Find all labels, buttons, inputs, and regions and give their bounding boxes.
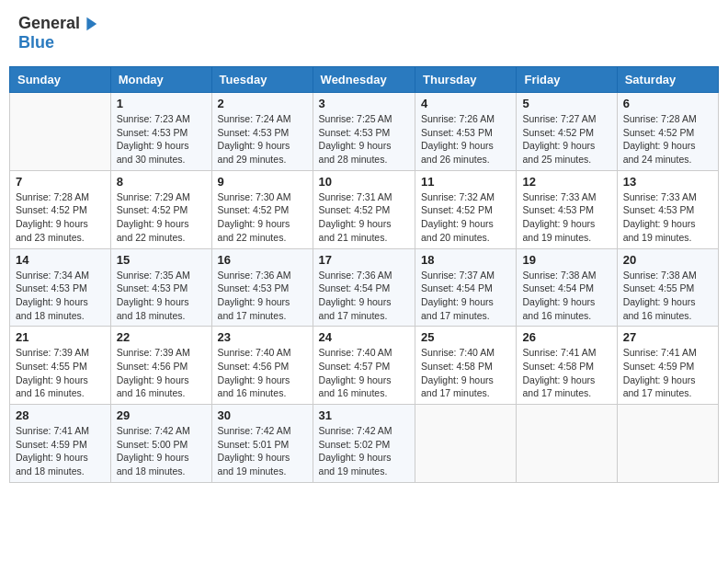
day-info: Sunrise: 7:40 AM Sunset: 4:56 PM Dayligh… [218, 346, 307, 400]
calendar-table: SundayMondayTuesdayWednesdayThursdayFrid… [9, 66, 719, 483]
calendar-cell: 15Sunrise: 7:35 AM Sunset: 4:53 PM Dayli… [110, 248, 211, 327]
col-header-tuesday: Tuesday [211, 67, 313, 93]
header: General Blue [9, 9, 719, 57]
day-number: 8 [117, 175, 206, 189]
day-number: 12 [522, 175, 610, 189]
day-info: Sunrise: 7:42 AM Sunset: 5:01 PM Dayligh… [218, 424, 307, 478]
day-number: 13 [623, 175, 712, 189]
calendar-week-row: 21Sunrise: 7:39 AM Sunset: 4:55 PM Dayli… [10, 327, 719, 405]
day-info: Sunrise: 7:41 AM Sunset: 4:59 PM Dayligh… [623, 346, 712, 400]
col-header-friday: Friday [517, 67, 617, 93]
day-number: 9 [218, 175, 307, 189]
calendar-cell: 6Sunrise: 7:28 AM Sunset: 4:52 PM Daylig… [617, 93, 718, 171]
calendar-week-row: 14Sunrise: 7:34 AM Sunset: 4:53 PM Dayli… [10, 248, 719, 327]
day-info: Sunrise: 7:32 AM Sunset: 4:52 PM Dayligh… [421, 190, 510, 245]
calendar-cell: 29Sunrise: 7:42 AM Sunset: 5:00 PM Dayli… [110, 405, 211, 483]
calendar-cell: 17Sunrise: 7:36 AM Sunset: 4:54 PM Dayli… [313, 248, 415, 327]
col-header-monday: Monday [110, 67, 211, 93]
day-info: Sunrise: 7:38 AM Sunset: 4:55 PM Dayligh… [623, 269, 712, 323]
calendar-week-row: 1Sunrise: 7:23 AM Sunset: 4:53 PM Daylig… [10, 93, 719, 171]
day-number: 10 [319, 175, 409, 189]
calendar-cell: 31Sunrise: 7:42 AM Sunset: 5:02 PM Dayli… [313, 405, 415, 483]
svg-marker-0 [86, 17, 97, 29]
calendar-cell: 13Sunrise: 7:33 AM Sunset: 4:53 PM Dayli… [617, 170, 718, 248]
col-header-sunday: Sunday [10, 67, 111, 93]
calendar-cell: 8Sunrise: 7:29 AM Sunset: 4:52 PM Daylig… [110, 170, 211, 248]
day-number: 6 [623, 97, 712, 110]
calendar-cell: 3Sunrise: 7:25 AM Sunset: 4:53 PM Daylig… [313, 93, 415, 171]
day-number: 15 [117, 253, 206, 267]
calendar-cell: 20Sunrise: 7:38 AM Sunset: 4:55 PM Dayli… [617, 248, 718, 327]
calendar-cell [415, 405, 517, 483]
day-number: 11 [421, 175, 510, 189]
calendar-cell: 23Sunrise: 7:40 AM Sunset: 4:56 PM Dayli… [211, 327, 313, 405]
logo-general: General [18, 14, 80, 33]
day-info: Sunrise: 7:41 AM Sunset: 4:59 PM Dayligh… [16, 424, 105, 478]
day-info: Sunrise: 7:40 AM Sunset: 4:58 PM Dayligh… [421, 346, 510, 400]
day-info: Sunrise: 7:42 AM Sunset: 5:00 PM Dayligh… [117, 424, 206, 478]
day-info: Sunrise: 7:28 AM Sunset: 4:52 PM Dayligh… [623, 112, 712, 167]
day-info: Sunrise: 7:24 AM Sunset: 4:53 PM Dayligh… [218, 112, 307, 167]
day-number: 26 [522, 330, 610, 344]
calendar-cell: 9Sunrise: 7:30 AM Sunset: 4:52 PM Daylig… [211, 170, 313, 248]
calendar-cell: 25Sunrise: 7:40 AM Sunset: 4:58 PM Dayli… [415, 327, 517, 405]
day-number: 23 [218, 330, 307, 344]
day-number: 4 [421, 97, 510, 110]
day-info: Sunrise: 7:23 AM Sunset: 4:53 PM Dayligh… [117, 112, 206, 167]
day-number: 22 [117, 330, 206, 344]
day-number: 16 [218, 253, 307, 267]
calendar-cell: 11Sunrise: 7:32 AM Sunset: 4:52 PM Dayli… [415, 170, 517, 248]
calendar-cell [517, 405, 617, 483]
day-info: Sunrise: 7:35 AM Sunset: 4:53 PM Dayligh… [117, 269, 206, 323]
logo-triangle-icon [82, 16, 98, 32]
day-info: Sunrise: 7:29 AM Sunset: 4:52 PM Dayligh… [117, 190, 206, 245]
calendar-cell: 10Sunrise: 7:31 AM Sunset: 4:52 PM Dayli… [313, 170, 415, 248]
calendar-header-row: SundayMondayTuesdayWednesdayThursdayFrid… [10, 67, 719, 93]
day-info: Sunrise: 7:41 AM Sunset: 4:58 PM Dayligh… [522, 346, 610, 400]
day-number: 24 [319, 330, 409, 344]
day-number: 28 [16, 408, 105, 422]
day-number: 1 [117, 97, 206, 110]
calendar-cell: 12Sunrise: 7:33 AM Sunset: 4:53 PM Dayli… [517, 170, 617, 248]
calendar-cell: 2Sunrise: 7:24 AM Sunset: 4:53 PM Daylig… [211, 93, 313, 171]
day-info: Sunrise: 7:39 AM Sunset: 4:55 PM Dayligh… [16, 346, 105, 400]
day-number: 20 [623, 253, 712, 267]
col-header-wednesday: Wednesday [313, 67, 415, 93]
day-info: Sunrise: 7:25 AM Sunset: 4:53 PM Dayligh… [319, 112, 409, 167]
day-info: Sunrise: 7:27 AM Sunset: 4:52 PM Dayligh… [522, 112, 610, 167]
calendar-cell: 30Sunrise: 7:42 AM Sunset: 5:01 PM Dayli… [211, 405, 313, 483]
calendar-week-row: 28Sunrise: 7:41 AM Sunset: 4:59 PM Dayli… [10, 405, 719, 483]
day-number: 7 [16, 175, 105, 189]
calendar-cell: 28Sunrise: 7:41 AM Sunset: 4:59 PM Dayli… [10, 405, 111, 483]
day-info: Sunrise: 7:30 AM Sunset: 4:52 PM Dayligh… [218, 190, 307, 245]
calendar-cell: 19Sunrise: 7:38 AM Sunset: 4:54 PM Dayli… [517, 248, 617, 327]
day-info: Sunrise: 7:39 AM Sunset: 4:56 PM Dayligh… [117, 346, 206, 400]
calendar-cell: 4Sunrise: 7:26 AM Sunset: 4:53 PM Daylig… [415, 93, 517, 171]
day-number: 2 [218, 97, 307, 110]
calendar-cell: 27Sunrise: 7:41 AM Sunset: 4:59 PM Dayli… [617, 327, 718, 405]
day-number: 21 [16, 330, 105, 344]
calendar-cell: 26Sunrise: 7:41 AM Sunset: 4:58 PM Dayli… [517, 327, 617, 405]
calendar-cell: 1Sunrise: 7:23 AM Sunset: 4:53 PM Daylig… [110, 93, 211, 171]
day-number: 3 [319, 97, 409, 110]
logo: General Blue [18, 14, 98, 52]
day-info: Sunrise: 7:36 AM Sunset: 4:53 PM Dayligh… [218, 269, 307, 323]
day-number: 27 [623, 330, 712, 344]
day-number: 30 [218, 408, 307, 422]
calendar-cell [617, 405, 718, 483]
day-info: Sunrise: 7:33 AM Sunset: 4:53 PM Dayligh… [623, 190, 712, 245]
calendar-cell: 14Sunrise: 7:34 AM Sunset: 4:53 PM Dayli… [10, 248, 111, 327]
day-number: 31 [319, 408, 409, 422]
calendar-cell: 24Sunrise: 7:40 AM Sunset: 4:57 PM Dayli… [313, 327, 415, 405]
day-number: 19 [522, 253, 610, 267]
day-number: 25 [421, 330, 510, 344]
day-info: Sunrise: 7:28 AM Sunset: 4:52 PM Dayligh… [16, 190, 105, 245]
day-number: 29 [117, 408, 206, 422]
day-info: Sunrise: 7:33 AM Sunset: 4:53 PM Dayligh… [522, 190, 610, 245]
calendar-week-row: 7Sunrise: 7:28 AM Sunset: 4:52 PM Daylig… [10, 170, 719, 248]
day-number: 5 [522, 97, 610, 110]
day-number: 18 [421, 253, 510, 267]
col-header-saturday: Saturday [617, 67, 718, 93]
day-info: Sunrise: 7:38 AM Sunset: 4:54 PM Dayligh… [522, 269, 610, 323]
day-info: Sunrise: 7:31 AM Sunset: 4:52 PM Dayligh… [319, 190, 409, 245]
